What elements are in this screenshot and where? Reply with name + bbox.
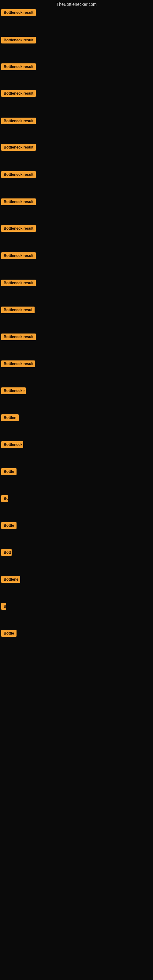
result-row-14: Bottleneck result: [0, 359, 36, 370]
bottleneck-badge-12[interactable]: Bottleneck resul: [1, 307, 35, 313]
bottleneck-badge-6[interactable]: Bottleneck result: [1, 144, 36, 151]
result-row-22: Bottlene: [0, 575, 21, 585]
result-row-2: Bottleneck result: [0, 35, 37, 46]
result-row-1: Bottleneck result: [0, 8, 37, 18]
bottleneck-badge-1[interactable]: Bottleneck result: [1, 9, 36, 16]
bottleneck-badge-15[interactable]: Bottleneck r: [1, 387, 26, 394]
bottleneck-badge-24[interactable]: Bottle: [1, 630, 16, 637]
bottleneck-badge-4[interactable]: Bottleneck result: [1, 90, 36, 97]
result-row-11: Bottleneck result: [0, 278, 37, 289]
result-row-8: Bottleneck result: [0, 197, 37, 208]
result-row-12: Bottleneck resul: [0, 305, 36, 316]
bottleneck-badge-18[interactable]: Bottle: [1, 468, 16, 475]
result-row-18: Bottle: [0, 467, 18, 477]
result-row-21: Bott: [0, 548, 13, 558]
result-row-10: Bottleneck result: [0, 251, 37, 261]
bottleneck-badge-14[interactable]: Bottleneck result: [1, 360, 35, 367]
result-row-24: Bottle: [0, 629, 18, 639]
bottleneck-badge-17[interactable]: Bottleneck: [1, 441, 23, 448]
bottleneck-badge-23[interactable]: B: [1, 603, 6, 610]
result-row-15: Bottleneck r: [0, 386, 27, 396]
result-row-19: Bo: [0, 494, 9, 504]
bottleneck-badge-13[interactable]: Bottleneck result: [1, 334, 36, 340]
result-row-17: Bottleneck: [0, 440, 24, 450]
bottleneck-badge-5[interactable]: Bottleneck result: [1, 118, 36, 124]
result-row-16: Bottlen: [0, 413, 20, 423]
result-row-23: B: [0, 602, 7, 612]
bottleneck-badge-20[interactable]: Bottle: [1, 522, 16, 529]
bottleneck-badge-11[interactable]: Bottleneck result: [1, 280, 36, 286]
result-row-7: Bottleneck result: [0, 170, 37, 180]
bottleneck-badge-22[interactable]: Bottlene: [1, 576, 20, 583]
result-row-9: Bottleneck result: [0, 224, 37, 234]
bottleneck-badge-21[interactable]: Bott: [1, 549, 12, 556]
bottleneck-badge-9[interactable]: Bottleneck result: [1, 225, 36, 232]
result-row-6: Bottleneck result: [0, 143, 37, 153]
result-row-4: Bottleneck result: [0, 89, 37, 99]
result-row-13: Bottleneck result: [0, 332, 37, 343]
result-row-3: Bottleneck result: [0, 62, 37, 73]
bottleneck-badge-19[interactable]: Bo: [1, 495, 8, 502]
bottleneck-badge-10[interactable]: Bottleneck result: [1, 252, 36, 259]
bottleneck-badge-16[interactable]: Bottlen: [1, 414, 19, 421]
bottleneck-badge-3[interactable]: Bottleneck result: [1, 64, 36, 70]
site-title: TheBottlenecker.com: [0, 0, 153, 8]
bottleneck-badge-8[interactable]: Bottleneck result: [1, 199, 36, 205]
bottleneck-badge-7[interactable]: Bottleneck result: [1, 171, 36, 178]
bottleneck-badge-2[interactable]: Bottleneck result: [1, 37, 36, 43]
result-row-5: Bottleneck result: [0, 116, 37, 127]
result-row-20: Bottle: [0, 521, 18, 531]
